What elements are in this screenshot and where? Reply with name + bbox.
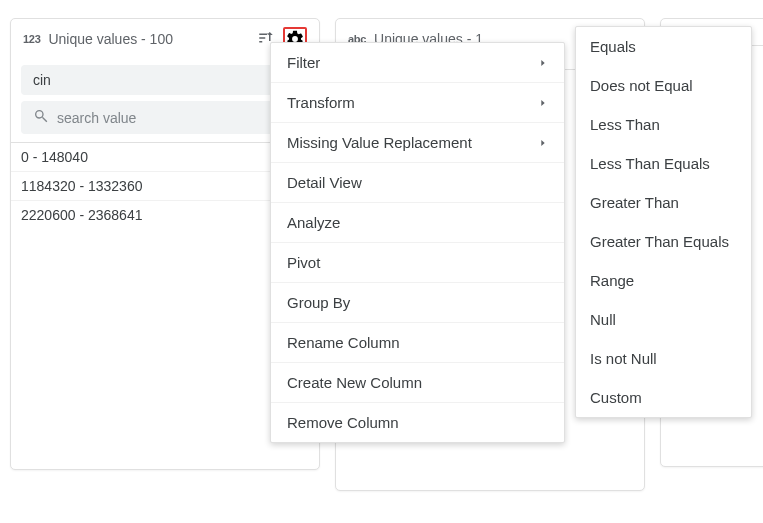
chevron-right-icon [538,134,548,151]
menu-label: Missing Value Replacement [287,134,472,151]
chevron-right-icon [538,54,548,71]
submenu-item-range[interactable]: Range [576,261,751,300]
search-icon [33,108,49,127]
menu-item-remove-column[interactable]: Remove Column [271,402,564,442]
menu-label: Detail View [287,174,362,191]
submenu-item-equals[interactable]: Equals [576,27,751,66]
submenu-item-greater-than-equals[interactable]: Greater Than Equals [576,222,751,261]
menu-item-analyze[interactable]: Analyze [271,202,564,242]
unique-values-label: Unique values - 100 [48,31,249,47]
submenu-item-less-than-equals[interactable]: Less Than Equals [576,144,751,183]
submenu-item-greater-than[interactable]: Greater Than [576,183,751,222]
menu-label: Rename Column [287,334,400,351]
menu-label: Filter [287,54,320,71]
menu-label: Analyze [287,214,340,231]
column-name-value: cin [33,72,51,88]
menu-item-transform[interactable]: Transform [271,82,564,122]
column-context-menu: Filter Transform Missing Value Replaceme… [270,42,565,443]
menu-item-rename-column[interactable]: Rename Column [271,322,564,362]
menu-item-group-by[interactable]: Group By [271,282,564,322]
menu-item-pivot[interactable]: Pivot [271,242,564,282]
search-value-input[interactable]: search value [21,101,309,134]
submenu-item-null[interactable]: Null [576,300,751,339]
menu-label: Create New Column [287,374,422,391]
chevron-right-icon [538,94,548,111]
menu-label: Remove Column [287,414,399,431]
search-placeholder: search value [57,110,136,126]
menu-item-missing-value-replacement[interactable]: Missing Value Replacement [271,122,564,162]
menu-item-create-new-column[interactable]: Create New Column [271,362,564,402]
submenu-item-does-not-equal[interactable]: Does not Equal [576,66,751,105]
menu-label: Group By [287,294,350,311]
menu-label: Pivot [287,254,320,271]
menu-item-filter[interactable]: Filter [271,43,564,82]
menu-label: Transform [287,94,355,111]
submenu-item-is-not-null[interactable]: Is not Null [576,339,751,378]
submenu-item-custom[interactable]: Custom [576,378,751,417]
column-name-input[interactable]: cin [21,65,309,95]
filter-submenu: Equals Does not Equal Less Than Less Tha… [575,26,752,418]
numeric-type-icon: 123 [23,33,40,45]
submenu-item-less-than[interactable]: Less Than [576,105,751,144]
menu-item-detail-view[interactable]: Detail View [271,162,564,202]
